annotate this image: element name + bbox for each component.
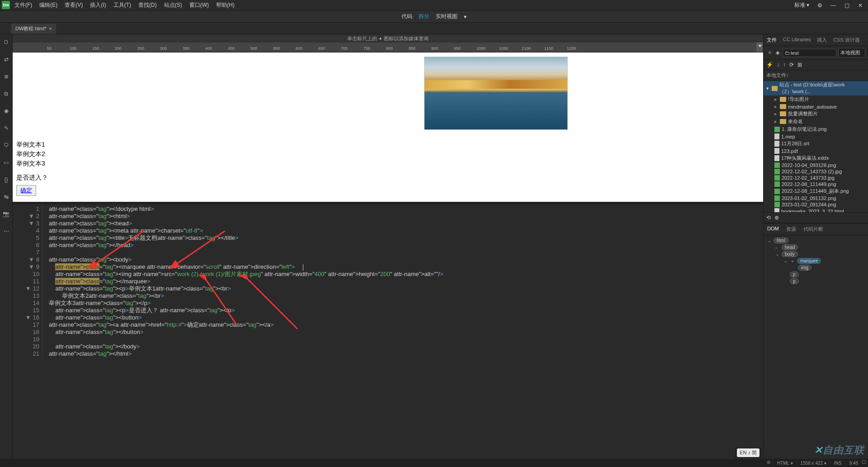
ruler-handle[interactable] bbox=[757, 43, 762, 52]
file-tree[interactable]: ▾站点 - test (D:\tools\桌面\work（2）\work (..… bbox=[764, 81, 868, 212]
tool-file-icon[interactable]: 🗋 bbox=[2, 38, 10, 46]
menu-window[interactable]: 窗口(W) bbox=[186, 0, 212, 10]
sftp-icon[interactable]: ◈ bbox=[774, 50, 781, 56]
collapse-icon[interactable]: ⊕ bbox=[774, 214, 779, 221]
tab-snippets[interactable]: 代码片断 bbox=[800, 224, 827, 235]
file-tree-item[interactable]: ▸!导出图片 bbox=[764, 95, 868, 103]
dom-node[interactable]: p bbox=[765, 271, 866, 278]
dom-tag-pill[interactable]: img bbox=[798, 265, 811, 271]
view-live[interactable]: 实时视图 bbox=[436, 13, 458, 20]
preview-line2: 举例文本2 bbox=[16, 150, 45, 157]
file-tree-item[interactable]: 123.pdf bbox=[764, 148, 868, 154]
tool-more-icon[interactable]: ⋯ bbox=[2, 227, 10, 235]
refresh-icon[interactable]: ⟲ bbox=[766, 214, 771, 221]
tool-expand-icon[interactable]: ≣ bbox=[2, 72, 10, 81]
tool-brush-icon[interactable]: ✎ bbox=[2, 124, 10, 132]
file-tree-item[interactable]: 2022-10-04_093128.png bbox=[764, 162, 868, 168]
close-icon[interactable]: ✕ bbox=[854, 1, 866, 10]
preview-button[interactable]: 确定 bbox=[16, 185, 36, 196]
errors-icon[interactable]: ⊘ bbox=[767, 460, 773, 466]
status-size[interactable]: 1558 x 422 ▾ bbox=[797, 461, 830, 466]
add-node-icon[interactable]: + bbox=[790, 258, 795, 264]
code-editor[interactable]: 1▼2▼34567▼8▼91011▼12131415▼161718192021 … bbox=[13, 205, 763, 459]
mq-hint-right: 图标以添加媒体查询 bbox=[384, 35, 429, 42]
site-dropdown[interactable]: 🗀test bbox=[783, 49, 836, 57]
ime-status-pill[interactable]: EN ♪ 简 bbox=[737, 448, 760, 457]
ruler[interactable]: 5010015020025030035040045050055060065070… bbox=[13, 43, 763, 52]
folder-icon bbox=[780, 111, 786, 116]
file-tree-item[interactable]: 2022-12-08_111449.png bbox=[764, 181, 868, 187]
menu-tools[interactable]: 工具(T) bbox=[110, 0, 135, 10]
put-icon[interactable]: ↑ bbox=[783, 62, 786, 68]
file-tree-item[interactable]: 2023-01-02_091244.png bbox=[764, 201, 868, 208]
tool-indent-icon[interactable]: ↹ bbox=[2, 193, 10, 201]
define-sites-icon[interactable]: ✧ bbox=[766, 50, 773, 56]
menu-view[interactable]: 查看(V) bbox=[61, 0, 86, 10]
tab-css-designer[interactable]: CSS 设计器 bbox=[830, 34, 863, 46]
minimize-icon[interactable]: — bbox=[827, 1, 839, 10]
dom-node[interactable]: ⌄body bbox=[765, 251, 866, 257]
file-tree-item[interactable]: 1. 康奈尔笔记法.png bbox=[764, 125, 868, 133]
dom-node[interactable]: p bbox=[765, 278, 866, 285]
maximize-icon[interactable]: ▢ bbox=[841, 1, 853, 10]
menu-file[interactable]: 文件(F) bbox=[11, 0, 36, 10]
tool-preview-icon[interactable]: 📷 bbox=[2, 210, 10, 218]
file-tree-item[interactable]: 11月28日.srt bbox=[764, 140, 868, 148]
get-icon[interactable]: ↓ bbox=[777, 62, 779, 68]
file-tree-item[interactable]: 2022-12-08_111449_副本.png bbox=[764, 187, 868, 195]
file-tree-item[interactable]: 2023-01-02_091132.png bbox=[764, 195, 868, 201]
expand-panel-icon[interactable]: ⊞ bbox=[797, 62, 802, 68]
tool-collapse-icon[interactable]: ⧉ bbox=[2, 90, 10, 98]
status-settings-icon[interactable]: 🖵 bbox=[862, 460, 868, 466]
tab-insert[interactable]: 插入 bbox=[814, 34, 830, 46]
connect-icon[interactable]: ⚡ bbox=[766, 62, 773, 68]
file-tree-item[interactable]: 2022-12-02_143733 (2).jpg bbox=[764, 168, 868, 175]
tool-manage-icon[interactable]: ⇄ bbox=[2, 55, 10, 63]
file-tree-item[interactable]: bookmarks_2023_3_22.html bbox=[764, 208, 868, 212]
file-tree-item[interactable]: 1.mep bbox=[764, 133, 868, 140]
dom-tag-pill[interactable]: p bbox=[790, 272, 799, 277]
menu-insert[interactable]: 插入(I) bbox=[86, 0, 109, 10]
dom-tag-pill[interactable]: p bbox=[790, 278, 799, 284]
tab-files[interactable]: 文件 bbox=[764, 34, 780, 46]
view-split[interactable]: 拆分 bbox=[419, 13, 429, 20]
menu-find[interactable]: 查找(D) bbox=[135, 0, 160, 10]
file-tree-item[interactable]: ▸未命名 bbox=[764, 118, 868, 125]
tab-dom[interactable]: DOM bbox=[764, 224, 783, 235]
tool-refresh-icon[interactable]: ◉ bbox=[2, 107, 10, 115]
view-code[interactable]: 代码 bbox=[401, 13, 412, 20]
dom-tag-pill[interactable]: head bbox=[782, 244, 798, 250]
sync-icon[interactable]: ⚙ bbox=[814, 1, 826, 10]
file-tree-item[interactable]: 17种头脑风暴法.eddx bbox=[764, 154, 868, 162]
media-query-bar[interactable]: 单击标尺上的 ▼ 图标以添加媒体查询 bbox=[13, 34, 763, 43]
dom-tag-pill[interactable]: body bbox=[782, 251, 798, 257]
dom-tag-pill[interactable]: marquee bbox=[797, 258, 821, 264]
dom-node[interactable]: ⌄html bbox=[765, 237, 866, 244]
file-tree-item[interactable]: ▸批量调整图片 bbox=[764, 110, 868, 118]
dom-node[interactable]: img bbox=[765, 264, 866, 271]
menu-edit[interactable]: 编辑(E) bbox=[36, 0, 61, 10]
file-tree-item[interactable]: 2022-12-02_143733.jpg bbox=[764, 175, 868, 181]
view-dropdown[interactable]: 本地视图 bbox=[838, 48, 865, 57]
file-tree-item[interactable]: ▾站点 - test (D:\tools\桌面\work（2）\work (..… bbox=[764, 81, 868, 95]
tab-cc-libraries[interactable]: CC Libraries bbox=[780, 34, 814, 46]
dom-tree[interactable]: ⌄html›head⌄body⌄+marqueeimgpp bbox=[764, 235, 868, 286]
menu-help[interactable]: 帮助(H) bbox=[212, 0, 238, 10]
code-body[interactable]: attr-name">class="tag"><!doctype html>at… bbox=[49, 205, 763, 459]
document-tab[interactable]: DW教程.html* × bbox=[11, 24, 56, 34]
status-lang[interactable]: HTML ▾ bbox=[773, 461, 797, 466]
workspace-switcher[interactable]: 标准 ▾ bbox=[792, 0, 812, 10]
tool-format-icon[interactable]: {} bbox=[2, 176, 10, 184]
sync-files-icon[interactable]: ⟳ bbox=[789, 62, 794, 68]
preview-button-link[interactable]: 确定 bbox=[20, 187, 32, 194]
dom-node[interactable]: ›head bbox=[765, 244, 866, 251]
tool-comment-icon[interactable]: 🗨 bbox=[2, 141, 10, 149]
tab-close-icon[interactable]: × bbox=[49, 26, 52, 31]
dom-node[interactable]: ⌄+marquee bbox=[765, 257, 866, 264]
file-tree-item[interactable]: ▸mindmaster_autosave bbox=[764, 103, 868, 110]
dom-tag-pill[interactable]: html bbox=[774, 238, 788, 243]
tool-snippet-icon[interactable]: ▭ bbox=[2, 158, 10, 167]
tab-assets[interactable]: 资源 bbox=[783, 224, 800, 235]
chevron-down-icon[interactable]: ▾ bbox=[464, 14, 467, 20]
menu-site[interactable]: 站点(S) bbox=[160, 0, 186, 10]
